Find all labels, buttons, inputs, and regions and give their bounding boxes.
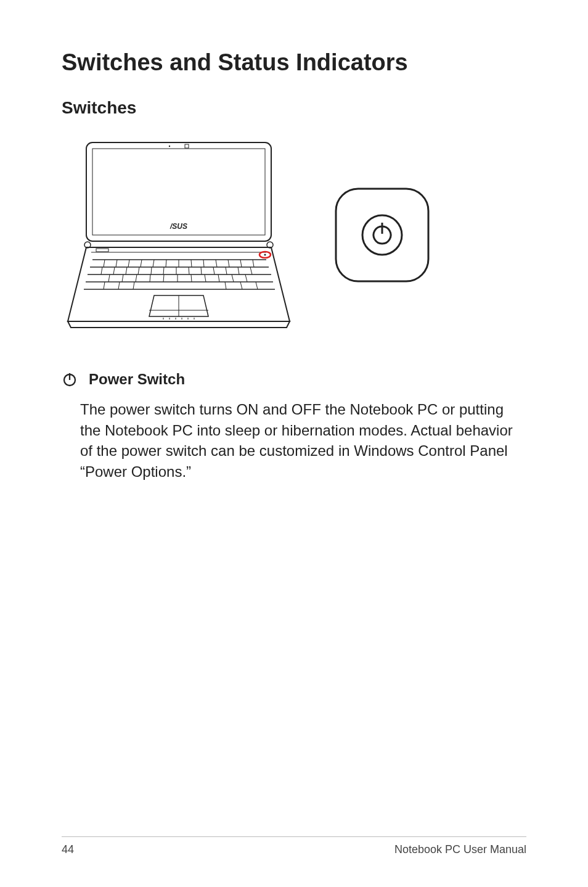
svg-line-31 — [101, 267, 102, 274]
svg-line-29 — [240, 260, 242, 267]
svg-line-35 — [151, 267, 152, 274]
svg-line-43 — [250, 267, 252, 274]
page-content: Switches and Status Indicators Switches … — [0, 0, 588, 482]
svg-line-47 — [150, 274, 150, 282]
svg-line-58 — [225, 282, 226, 289]
svg-line-59 — [240, 282, 242, 289]
svg-line-40 — [213, 267, 214, 274]
svg-line-20 — [128, 260, 129, 267]
svg-text:/SUS: /SUS — [169, 222, 187, 231]
svg-line-57 — [133, 282, 134, 289]
page-title: Switches and Status Indicators — [62, 49, 526, 76]
svg-line-32 — [113, 267, 115, 274]
svg-line-23 — [166, 260, 166, 267]
svg-line-30 — [253, 260, 254, 267]
svg-line-39 — [201, 267, 202, 274]
svg-line-53 — [232, 274, 234, 282]
svg-line-18 — [104, 260, 105, 267]
svg-line-19 — [116, 260, 117, 267]
svg-line-28 — [228, 260, 229, 267]
svg-line-50 — [191, 274, 192, 282]
power-icon — [62, 371, 78, 387]
svg-line-60 — [256, 282, 258, 289]
manual-label: Notebook PC User Manual — [394, 843, 526, 856]
switch-title-row: Power Switch — [62, 371, 526, 388]
svg-line-25 — [191, 260, 192, 267]
svg-rect-10 — [96, 249, 108, 252]
switch-description: The power switch turns ON and OFF the No… — [80, 399, 526, 482]
svg-line-33 — [126, 267, 127, 274]
section-title: Switches — [62, 98, 526, 118]
svg-line-34 — [138, 267, 139, 274]
diagram-row: /SUS — [62, 136, 526, 334]
svg-line-27 — [216, 260, 217, 267]
page-footer: 44 Notebook PC User Manual — [62, 836, 526, 856]
svg-point-2 — [169, 146, 170, 147]
svg-line-36 — [163, 267, 164, 274]
switch-title: Power Switch — [89, 371, 185, 388]
svg-line-52 — [218, 274, 219, 282]
svg-rect-70 — [336, 189, 428, 281]
svg-line-22 — [153, 260, 154, 267]
page-number: 44 — [62, 843, 74, 856]
laptop-diagram: /SUS — [62, 136, 296, 334]
svg-point-12 — [264, 254, 266, 256]
svg-line-56 — [118, 282, 120, 289]
svg-line-26 — [203, 260, 204, 267]
svg-line-46 — [136, 274, 137, 282]
svg-line-21 — [141, 260, 142, 267]
svg-line-54 — [245, 274, 247, 282]
svg-line-41 — [226, 267, 227, 274]
svg-line-55 — [104, 282, 105, 289]
switch-section: Power Switch The power switch turns ON a… — [62, 371, 526, 482]
svg-line-42 — [238, 267, 239, 274]
svg-line-44 — [108, 274, 110, 282]
svg-line-38 — [189, 267, 189, 274]
svg-line-48 — [163, 274, 164, 282]
svg-point-71 — [362, 215, 402, 255]
power-button-closeup — [333, 186, 431, 284]
svg-marker-8 — [68, 321, 290, 328]
svg-line-45 — [122, 274, 123, 282]
svg-rect-3 — [185, 144, 189, 148]
svg-line-51 — [205, 274, 206, 282]
